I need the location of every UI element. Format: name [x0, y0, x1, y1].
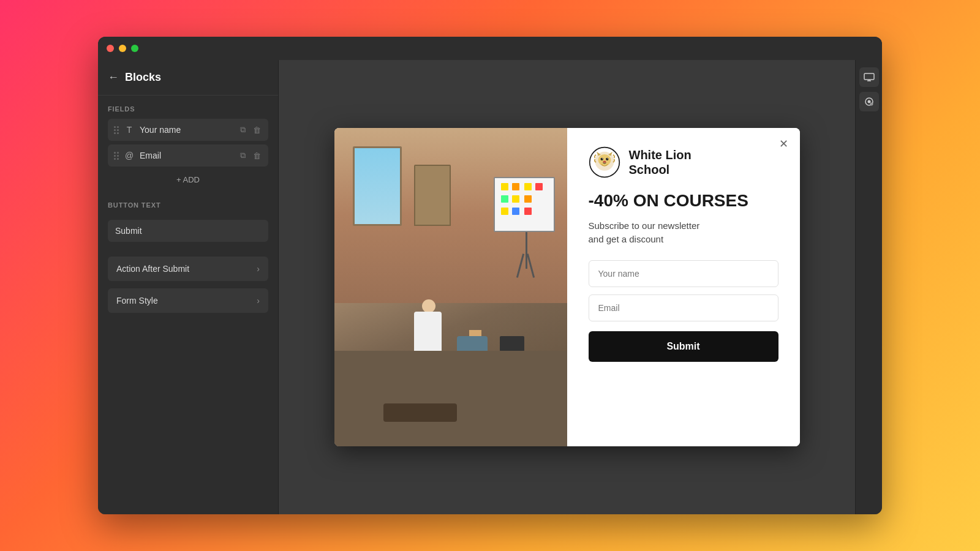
svg-point-5: [601, 158, 602, 159]
action-after-submit-section[interactable]: Action After Submit ›: [108, 257, 268, 281]
sidebar-title: Blocks: [125, 71, 161, 84]
button-text-section-label: BUTTON TEXT: [108, 201, 268, 209]
delete-your-name-button[interactable]: 🗑: [252, 124, 262, 136]
paint-style-button[interactable]: [859, 92, 879, 111]
back-arrow-icon[interactable]: ←: [108, 71, 119, 84]
svg-point-6: [607, 158, 608, 159]
sticky-note: [512, 208, 519, 215]
svg-rect-8: [864, 73, 874, 80]
delete-email-button[interactable]: 🗑: [252, 150, 262, 162]
traffic-light-green[interactable]: [131, 45, 138, 52]
svg-point-7: [603, 160, 606, 162]
sticky-note: [524, 195, 532, 203]
popup-form-section: ✕: [567, 128, 800, 446]
sticky-note: [501, 183, 508, 190]
popup-modal: ✕: [334, 128, 800, 446]
field-item-email[interactable]: @ Email ⧉ 🗑: [108, 144, 268, 167]
your-name-field-label: Your name: [140, 125, 234, 135]
your-name-field-actions: ⧉ 🗑: [239, 124, 262, 136]
popup-overlay: ✕: [279, 60, 855, 514]
svg-point-12: [867, 100, 870, 103]
popup-close-button[interactable]: ✕: [777, 137, 791, 151]
fields-section-label: FIELDS: [108, 105, 268, 113]
sticky-note: [501, 208, 508, 215]
right-toolbar: [855, 60, 882, 514]
sticky-note: [535, 183, 543, 190]
form-style-chevron-icon: ›: [257, 296, 260, 305]
decorative-window: [353, 146, 402, 226]
add-field-button[interactable]: + ADD: [108, 170, 268, 189]
sidebar: ← Blocks FIELDS T You: [98, 60, 279, 514]
popup-brand: White Lion School: [589, 146, 778, 178]
popup-image: [334, 128, 567, 446]
form-style-section[interactable]: Form Style ›: [108, 288, 268, 313]
brand-name: White Lion School: [629, 148, 692, 177]
browser-titlebar: [98, 37, 882, 60]
button-text-input[interactable]: [108, 220, 268, 242]
popup-subtext: Subscribe to our newsletter and get a di…: [589, 219, 778, 247]
field-item-your-name[interactable]: T Your name ⧉ 🗑: [108, 119, 268, 141]
decorative-whiteboard: [494, 177, 555, 232]
popup-email-input[interactable]: [589, 294, 778, 321]
svg-point-4: [606, 158, 608, 160]
email-field-icon: @: [124, 151, 135, 160]
sticky-note: [512, 183, 519, 190]
svg-point-13: [870, 103, 873, 105]
popup-your-name-input[interactable]: [589, 260, 778, 287]
decorative-stand: [526, 232, 527, 269]
sticky-note: [501, 195, 508, 203]
sticky-note: [524, 183, 532, 190]
decorative-door: [414, 165, 451, 226]
traffic-light-red[interactable]: [107, 45, 114, 52]
form-style-label: Form Style: [116, 296, 158, 305]
drag-handle-your-name[interactable]: [114, 126, 119, 134]
sticky-note: [524, 208, 532, 215]
monitor-icon: [864, 73, 875, 81]
drag-handle-email[interactable]: [114, 152, 119, 160]
decorative-table: [383, 403, 457, 422]
svg-point-3: [600, 158, 603, 160]
popup-submit-button[interactable]: Submit: [589, 331, 778, 362]
main-content: ✕: [279, 60, 855, 514]
email-field-actions: ⧉ 🗑: [239, 149, 262, 162]
popup-image-section: [334, 128, 567, 446]
action-after-submit-label: Action After Submit: [116, 264, 189, 274]
email-field-label: Email: [140, 151, 234, 160]
copy-your-name-button[interactable]: ⧉: [239, 124, 247, 136]
decorative-floor: [334, 351, 567, 446]
svg-point-2: [598, 154, 611, 166]
paint-icon: [864, 97, 874, 107]
monitor-view-button[interactable]: [859, 67, 879, 87]
copy-email-button[interactable]: ⧉: [239, 149, 247, 162]
popup-headline: -40% ON COURSES: [589, 192, 778, 211]
traffic-light-yellow[interactable]: [119, 45, 126, 52]
sticky-note: [512, 195, 519, 203]
lion-logo-icon: [589, 146, 620, 178]
decorative-person-head: [422, 299, 435, 313]
browser-body: ← Blocks FIELDS T You: [98, 60, 882, 514]
text-field-icon: T: [124, 125, 135, 135]
action-after-submit-chevron-icon: ›: [257, 264, 260, 274]
sidebar-content: FIELDS T Your name ⧉ 🗑: [98, 96, 278, 514]
browser-window: ← Blocks FIELDS T You: [98, 37, 882, 514]
sidebar-header: ← Blocks: [98, 60, 278, 96]
button-text-section: BUTTON TEXT: [108, 201, 268, 242]
decorative-laptop: [500, 336, 524, 351]
